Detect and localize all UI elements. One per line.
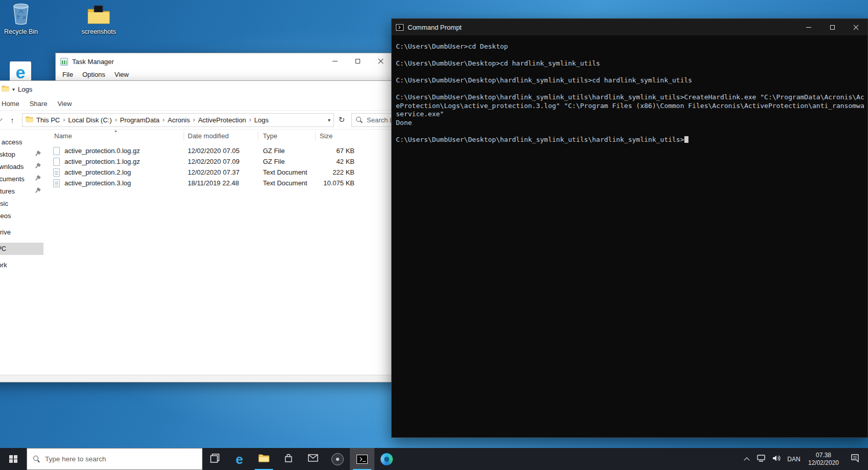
desktop: Recycle Bin screenshots e Task Manager F… bbox=[0, 0, 868, 470]
sidebar-item-music[interactable]: Music bbox=[0, 198, 43, 210]
screenshots-folder-desktop-icon[interactable]: screenshots bbox=[79, 5, 119, 35]
menu-options[interactable]: Options bbox=[78, 70, 110, 81]
breadcrumb-segment[interactable]: Logs bbox=[251, 116, 272, 124]
cmd-line: C:\Users\DumbUser\Desktop\hardlink_symli… bbox=[396, 76, 863, 85]
menu-file[interactable]: File bbox=[58, 70, 78, 81]
maximize-button[interactable] bbox=[820, 19, 844, 35]
file-date-modified: 12/02/2020 07.09 bbox=[184, 158, 258, 165]
action-center-button[interactable] bbox=[843, 448, 866, 470]
speaker-icon bbox=[772, 455, 781, 464]
breadcrumb-segment[interactable]: This PC bbox=[33, 116, 63, 124]
minimize-icon bbox=[332, 61, 338, 61]
sidebar-item-quick-access[interactable]: Quick access bbox=[0, 136, 43, 148]
file-date-modified: 18/11/2019 22.48 bbox=[184, 179, 258, 187]
network-tray-button[interactable] bbox=[753, 448, 769, 470]
taskbar-store-button[interactable] bbox=[276, 448, 301, 470]
close-icon bbox=[853, 25, 859, 30]
sidebar-item-videos[interactable]: Videos bbox=[0, 210, 43, 222]
taskbar-swirl-app-button[interactable] bbox=[374, 448, 399, 470]
recycle-bin-desktop-icon[interactable]: Recycle Bin bbox=[1, 3, 41, 35]
sidebar-item-label: Network bbox=[0, 261, 7, 269]
menu-view[interactable]: View bbox=[110, 70, 133, 81]
column-header-size[interactable]: Size bbox=[316, 132, 355, 141]
column-header-type[interactable]: Type bbox=[258, 132, 316, 141]
cmd-line bbox=[396, 85, 863, 94]
file-date-modified: 12/02/2020 07.37 bbox=[184, 168, 258, 176]
close-button[interactable] bbox=[844, 19, 867, 35]
tab-home[interactable]: Home bbox=[0, 98, 25, 110]
search-placeholder: Type here to search bbox=[45, 455, 106, 463]
sidebar-item-label: Documents bbox=[0, 175, 25, 183]
task-view-button[interactable] bbox=[203, 448, 227, 470]
taskbar-file-explorer-button[interactable] bbox=[252, 448, 276, 470]
quick-access-folder-icon[interactable] bbox=[2, 86, 9, 93]
gz-file-icon bbox=[53, 147, 60, 155]
breadcrumb-segment[interactable]: ProgramData bbox=[117, 116, 162, 124]
cmd-line bbox=[396, 68, 863, 77]
action-center-icon bbox=[851, 454, 859, 464]
address-dropdown-icon[interactable]: ▾ bbox=[328, 117, 330, 123]
command-prompt-icon bbox=[357, 455, 368, 464]
taskbar-clock[interactable]: 07.38 12/02/2020 bbox=[804, 448, 843, 470]
sidebar-item-desktop[interactable]: Desktop bbox=[0, 148, 43, 161]
current-folder-icon bbox=[26, 116, 33, 124]
file-size: 222 KB bbox=[316, 168, 355, 176]
windows-logo-icon bbox=[9, 455, 17, 463]
tab-share[interactable]: Share bbox=[25, 98, 53, 110]
up-button[interactable]: ↑ bbox=[7, 116, 18, 124]
volume-tray-button[interactable] bbox=[769, 448, 784, 470]
file-name: active_protection.3.log bbox=[61, 179, 184, 187]
show-hidden-icons-button[interactable] bbox=[740, 448, 753, 470]
sidebar-item-onedrive[interactable]: OneDrive bbox=[0, 226, 43, 239]
command-prompt-window: Command Prompt C:\Users\DumbUser>cd Desk… bbox=[391, 18, 868, 438]
pin-icon bbox=[35, 165, 38, 168]
refresh-icon[interactable]: ↻ bbox=[334, 115, 349, 124]
breadcrumb-segment[interactable]: Local Disk (C:) bbox=[65, 116, 115, 124]
folder-icon bbox=[87, 5, 110, 27]
file-type: GZ File bbox=[258, 147, 316, 155]
search-icon bbox=[356, 117, 363, 123]
tab-view[interactable]: View bbox=[52, 98, 77, 110]
sidebar-item-label: Videos bbox=[0, 212, 11, 220]
edge-desktop-icon[interactable]: e bbox=[10, 61, 31, 83]
sidebar-item-downloads[interactable]: Downloads bbox=[0, 161, 43, 173]
minimize-button[interactable] bbox=[797, 19, 820, 35]
close-button[interactable] bbox=[369, 53, 392, 69]
taskbar-command-prompt-button[interactable] bbox=[350, 448, 374, 470]
sidebar-item-pictures[interactable]: Pictures bbox=[0, 185, 43, 198]
taskbar-mail-button[interactable] bbox=[301, 448, 325, 470]
explorer-sidebar: Quick accessDesktopDownloadsDocumentsPic… bbox=[0, 130, 45, 375]
breadcrumb-segment[interactable]: ActiveProtection bbox=[195, 116, 249, 124]
taskbar-dark-circle-app-button[interactable] bbox=[325, 448, 350, 470]
window-title: Logs bbox=[18, 86, 32, 93]
command-prompt-titlebar[interactable]: Command Prompt bbox=[392, 19, 867, 35]
clock-date: 12/02/2020 bbox=[808, 459, 839, 467]
taskbar-edge-button[interactable]: e bbox=[227, 448, 252, 470]
start-button[interactable] bbox=[0, 448, 27, 470]
task-manager-title: Task Manager bbox=[72, 58, 114, 66]
breadcrumb-segment[interactable]: Acronis bbox=[165, 116, 193, 124]
taskbar-search-box[interactable]: Type here to search bbox=[27, 448, 203, 470]
sidebar-item-label: Desktop bbox=[0, 151, 15, 158]
file-row[interactable]: active_protection.2.log12/02/2020 07.37T… bbox=[49, 167, 355, 178]
sidebar-item-this-pc[interactable]: This PC bbox=[0, 243, 43, 255]
file-row[interactable]: active_protection.1.log.gz12/02/2020 07.… bbox=[49, 156, 355, 167]
cmd-line: C:\Users\DumbUser\Desktop>cd hardlink_sy… bbox=[396, 59, 863, 68]
file-row[interactable]: active_protection.0.log.gz12/02/2020 07.… bbox=[49, 145, 355, 156]
minimize-button[interactable] bbox=[323, 53, 346, 69]
sidebar-item-documents[interactable]: Documents bbox=[0, 173, 43, 185]
task-manager-titlebar[interactable]: Task Manager bbox=[56, 53, 392, 70]
address-bar[interactable]: This PC›Local Disk (C:)›ProgramData›Acro… bbox=[22, 113, 334, 127]
quick-access-toolbar-chevron-icon[interactable]: ▾ bbox=[12, 87, 15, 92]
sidebar-item-network[interactable]: Network bbox=[0, 259, 43, 271]
file-size: 10.075 KB bbox=[316, 179, 355, 187]
language-indicator[interactable]: DAN bbox=[784, 448, 804, 470]
cmd-line: C:\Users\DumbUser\Desktop\hardlink_symli… bbox=[396, 93, 863, 102]
cmd-line bbox=[396, 127, 863, 136]
cmd-output[interactable]: C:\Users\DumbUser>cd DesktopC:\Users\Dum… bbox=[392, 35, 867, 437]
recent-locations-chevron-icon[interactable] bbox=[0, 116, 3, 121]
file-row[interactable]: active_protection.3.log18/11/2019 22.48T… bbox=[49, 178, 355, 188]
pin-icon bbox=[35, 177, 38, 181]
column-header-date-modified[interactable]: Date modified bbox=[184, 132, 258, 141]
maximize-button[interactable] bbox=[346, 53, 369, 69]
